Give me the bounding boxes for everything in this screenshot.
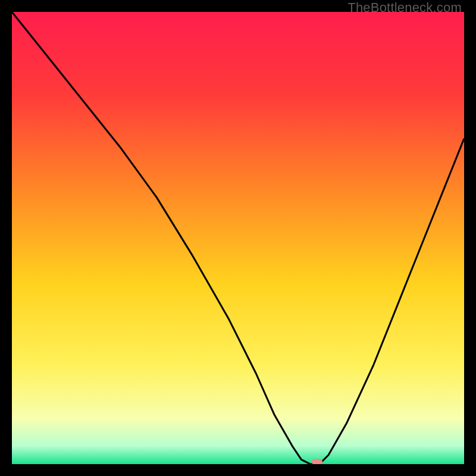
gradient-background	[12, 12, 464, 464]
plot-area	[12, 12, 464, 464]
bottleneck-chart	[12, 12, 464, 464]
chart-frame: TheBottleneck.com	[0, 0, 476, 476]
optimum-marker	[312, 459, 322, 464]
watermark-text: TheBottleneck.com	[347, 0, 462, 15]
